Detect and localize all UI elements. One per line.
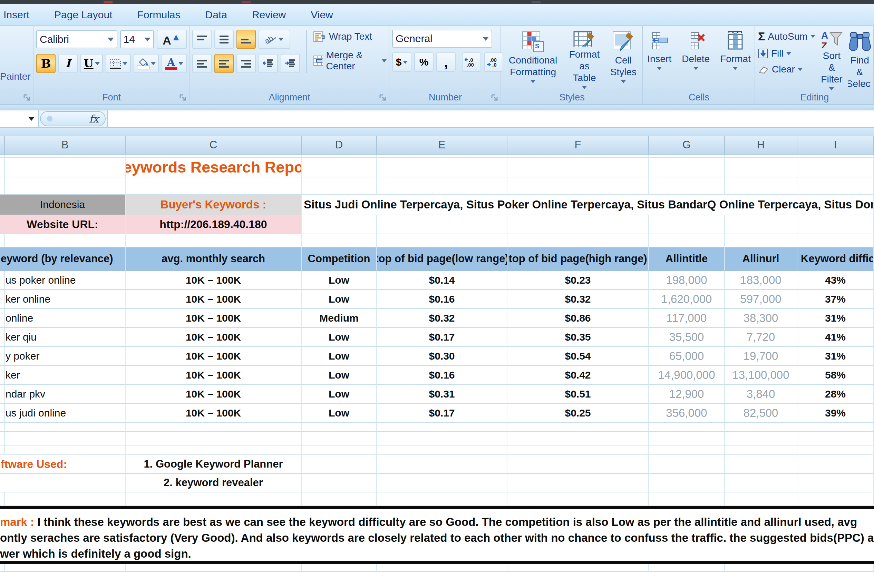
- cell-keyword[interactable]: us judi online: [5, 404, 126, 423]
- header-bid-high[interactable]: top of bid page(high range): [508, 248, 649, 271]
- buyers-keywords-value[interactable]: Situs Judi Online Terpercaya, Situs Poke…: [302, 195, 874, 215]
- chevron-down-icon[interactable]: [811, 35, 815, 38]
- cell-bid-low[interactable]: $0.16: [377, 366, 508, 385]
- cell[interactable]: [126, 154, 302, 158]
- cell[interactable]: [126, 234, 302, 248]
- cell[interactable]: [508, 474, 649, 492]
- name-box-dropdown-icon[interactable]: [28, 117, 35, 121]
- chevron-down-icon[interactable]: [95, 62, 100, 65]
- alignment-dialog-launcher-icon[interactable]: [379, 94, 387, 102]
- cell[interactable]: [0, 432, 5, 446]
- cell-bid-high[interactable]: $0.32: [508, 290, 649, 309]
- chevron-down-icon[interactable]: [786, 52, 791, 55]
- cell[interactable]: [0, 271, 5, 290]
- cell[interactable]: [126, 177, 302, 195]
- cell[interactable]: [0, 423, 5, 432]
- cell[interactable]: [508, 215, 649, 234]
- cell-bid-low[interactable]: $0.14: [377, 271, 508, 290]
- chevron-down-icon[interactable]: [657, 67, 662, 70]
- cell-allinurl[interactable]: 13,100,000: [725, 366, 797, 385]
- italic-button[interactable]: I: [59, 54, 78, 73]
- cell-keyword[interactable]: y poker: [5, 347, 126, 366]
- cell-allintitle[interactable]: 65,000: [649, 347, 725, 366]
- tab-review[interactable]: Review: [240, 4, 298, 26]
- cell[interactable]: [126, 423, 302, 432]
- cell[interactable]: [797, 446, 874, 455]
- chevron-down-icon[interactable]: [144, 38, 150, 41]
- align-left-button[interactable]: [192, 54, 212, 73]
- conditional-formatting-button[interactable]: S Conditional Formatting: [504, 30, 562, 90]
- cell[interactable]: [0, 154, 5, 158]
- cell[interactable]: [302, 423, 377, 432]
- cell[interactable]: [725, 154, 797, 158]
- cell-competition[interactable]: Low: [302, 328, 377, 347]
- cell-bid-high[interactable]: $0.35: [508, 328, 649, 347]
- chevron-down-icon[interactable]: [530, 80, 535, 83]
- software-item-1[interactable]: 1. Google Keyword Planner: [126, 455, 302, 474]
- decrease-decimal-button[interactable]: .00.0: [484, 52, 503, 72]
- cell[interactable]: [5, 492, 126, 506]
- number-dialog-launcher-icon[interactable]: [491, 94, 499, 102]
- formula-input[interactable]: [107, 110, 874, 127]
- cell[interactable]: [508, 177, 649, 195]
- align-center-button[interactable]: [214, 54, 234, 73]
- buyers-keywords-label[interactable]: Buyer's Keywords :: [126, 195, 302, 215]
- cell-competition[interactable]: Low: [302, 385, 377, 404]
- cell-allintitle[interactable]: 12,900: [649, 385, 725, 404]
- cell[interactable]: [5, 432, 126, 446]
- cell[interactable]: [126, 492, 302, 506]
- cell-allintitle[interactable]: 356,000: [649, 404, 725, 423]
- column-header-c[interactable]: C: [126, 136, 302, 154]
- cell-styles-button[interactable]: Cell Styles: [607, 30, 640, 90]
- column-header-e[interactable]: E: [377, 136, 508, 154]
- cell[interactable]: [797, 234, 874, 248]
- column-header-g[interactable]: G: [649, 136, 725, 154]
- font-color-button[interactable]: A: [162, 54, 187, 73]
- cell-search[interactable]: 10K – 100K: [126, 366, 302, 385]
- cell[interactable]: [725, 564, 797, 572]
- cell[interactable]: [649, 564, 725, 572]
- font-dialog-launcher-icon[interactable]: [179, 94, 187, 102]
- find-select-button[interactable]: Find & Select: [848, 30, 871, 90]
- column-header-f[interactable]: F: [508, 136, 649, 154]
- underline-button[interactable]: U: [80, 54, 103, 73]
- header-avg-monthly-search[interactable]: avg. monthly search: [126, 248, 302, 271]
- cell[interactable]: [126, 432, 302, 446]
- cell-competition[interactable]: Low: [302, 366, 377, 385]
- align-right-button[interactable]: [236, 54, 256, 73]
- align-middle-button[interactable]: [214, 30, 234, 49]
- cell[interactable]: [797, 455, 874, 474]
- cell-difficulty[interactable]: 58%: [797, 366, 874, 385]
- bold-button[interactable]: B: [36, 54, 56, 73]
- cell-bid-low[interactable]: $0.16: [377, 290, 508, 309]
- fill-button[interactable]: Fill: [758, 48, 815, 59]
- cell[interactable]: [0, 234, 5, 248]
- cell[interactable]: [377, 215, 508, 234]
- cell-allintitle[interactable]: 1,620,000: [649, 290, 725, 309]
- clipboard-dialog-launcher-icon[interactable]: [23, 94, 31, 102]
- chevron-down-icon[interactable]: [798, 68, 803, 71]
- cell-difficulty[interactable]: 31%: [797, 347, 874, 366]
- report-title[interactable]: Keywords Research Report: [126, 158, 302, 177]
- cell-keyword[interactable]: ndar pkv: [5, 385, 126, 404]
- chevron-down-icon[interactable]: [829, 87, 834, 90]
- cell-competition[interactable]: Low: [302, 404, 377, 423]
- website-url-label[interactable]: Website URL:: [0, 215, 126, 234]
- tab-view[interactable]: View: [298, 4, 345, 26]
- column-header-d[interactable]: D: [302, 136, 377, 154]
- cell[interactable]: [649, 455, 725, 474]
- cell[interactable]: [508, 158, 649, 177]
- cell[interactable]: [0, 366, 5, 385]
- clear-button[interactable]: Clear: [758, 64, 815, 75]
- cell[interactable]: [302, 492, 377, 506]
- cell[interactable]: [302, 215, 377, 234]
- country-cell[interactable]: Indonesia: [0, 195, 126, 215]
- cell[interactable]: [0, 564, 5, 572]
- cell-allinurl[interactable]: 3,840: [725, 385, 797, 404]
- cell[interactable]: [302, 177, 377, 195]
- fill-color-button[interactable]: [134, 54, 159, 73]
- cell-difficulty[interactable]: 28%: [797, 385, 874, 404]
- cell-allinurl[interactable]: 597,000: [725, 290, 797, 309]
- cell-difficulty[interactable]: 31%: [797, 309, 874, 328]
- cell-difficulty[interactable]: 41%: [797, 328, 874, 347]
